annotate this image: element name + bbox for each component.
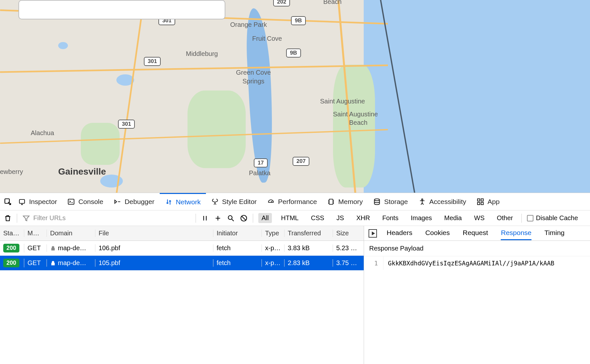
network-icon xyxy=(165,198,173,206)
tab-label: Debugger xyxy=(124,198,154,206)
filter-chip-ws[interactable]: WS xyxy=(471,213,488,223)
filter-chip-xhr[interactable]: XHR xyxy=(353,213,373,223)
tab-label: Inspector xyxy=(29,198,57,206)
cell-domain: map-de… xyxy=(47,244,95,252)
response-payload-body[interactable]: 1 GkkKBXdhdGVyEisIqzESAgAAGAMiIAl//j9aAP… xyxy=(364,256,590,270)
svg-point-4 xyxy=(374,199,380,201)
cell-type: x-p… xyxy=(262,244,284,252)
route-shield: 301 xyxy=(118,120,135,129)
disable-cache-checkbox[interactable]: Disable Cache xyxy=(527,214,578,222)
response-panel: HeadersCookiesRequestResponseTiming Resp… xyxy=(364,226,590,364)
svg-point-5 xyxy=(422,199,423,200)
devtools-tabstrip: InspectorConsoleDebuggerNetworkStyle Edi… xyxy=(0,193,590,210)
resend-icon[interactable] xyxy=(369,229,377,238)
col-header-type[interactable]: Type xyxy=(262,230,284,237)
devtools-panel: InspectorConsoleDebuggerNetworkStyle Edi… xyxy=(0,193,590,364)
col-header-domain[interactable]: Domain xyxy=(47,230,95,237)
network-request-table: Sta… M… Domain File Initiator Type Trans… xyxy=(0,226,364,364)
route-shield: 17 xyxy=(254,158,268,167)
map-river xyxy=(244,8,276,183)
filter-chip-all[interactable]: All xyxy=(258,213,272,223)
col-header-status[interactable]: Sta… xyxy=(0,230,24,237)
tab-memory[interactable]: Memory xyxy=(322,193,368,210)
block-icon[interactable] xyxy=(240,214,248,222)
route-shield: 9B xyxy=(286,48,301,58)
response-tab-response[interactable]: Response xyxy=(501,226,531,240)
tab-inspector[interactable]: Inspector xyxy=(13,193,62,210)
svg-rect-6 xyxy=(477,199,480,201)
cell-initiator: fetch xyxy=(213,259,262,267)
network-toolbar: Filter URLs AllHTMLCSSJSXHRFontsImagesMe… xyxy=(0,210,590,226)
response-tab-cookies[interactable]: Cookies xyxy=(425,226,450,240)
map-park xyxy=(81,123,120,165)
col-header-file[interactable]: File xyxy=(95,230,213,237)
pause-icon[interactable] xyxy=(201,214,209,222)
checkbox-box-icon xyxy=(527,215,533,221)
col-header-transferred[interactable]: Transferred xyxy=(284,230,333,237)
filter-chip-html[interactable]: HTML xyxy=(278,213,302,223)
svg-rect-9 xyxy=(481,202,483,205)
map-place-label: Gainesville xyxy=(58,166,106,177)
filter-placeholder-text: Filter URLs xyxy=(33,214,66,222)
svg-rect-7 xyxy=(481,199,483,201)
cell-file: 105.pbf xyxy=(95,259,213,267)
filter-chip-media[interactable]: Media xyxy=(441,213,465,223)
inspect-element-icon[interactable] xyxy=(4,198,12,206)
map-lake xyxy=(58,42,68,49)
response-tab-timing[interactable]: Timing xyxy=(544,226,564,240)
filter-chip-js[interactable]: JS xyxy=(333,213,347,223)
tab-console[interactable]: Console xyxy=(62,193,108,210)
cell-domain: map-de… xyxy=(47,259,95,267)
styleeditor-icon xyxy=(211,198,219,206)
tab-label: Style Editor xyxy=(222,198,257,206)
map-road xyxy=(116,1,144,193)
trash-icon[interactable] xyxy=(4,214,12,222)
cell-transferred: 3.83 kB xyxy=(284,244,333,252)
performance-icon xyxy=(267,198,275,206)
col-header-method[interactable]: M… xyxy=(24,230,47,237)
tab-storage[interactable]: Storage xyxy=(368,193,413,210)
cell-size: 5.23 … xyxy=(333,244,364,252)
cell-method: GET xyxy=(24,259,47,267)
col-header-size[interactable]: Size xyxy=(333,230,364,237)
svg-rect-3 xyxy=(329,199,333,204)
cell-file: 106.pbf xyxy=(95,244,213,252)
svg-rect-2 xyxy=(68,199,74,204)
lock-icon xyxy=(50,245,56,251)
cell-size: 3.75 … xyxy=(333,259,364,267)
lock-icon xyxy=(50,260,56,266)
tab-application[interactable]: App xyxy=(471,193,505,210)
filter-chip-other[interactable]: Other xyxy=(494,213,516,223)
map-place-label: Middleburg xyxy=(186,50,218,58)
inspector-icon xyxy=(18,198,26,206)
plus-icon[interactable] xyxy=(214,214,222,222)
tab-debugger[interactable]: Debugger xyxy=(108,193,159,210)
response-tabstrip: HeadersCookiesRequestResponseTiming xyxy=(364,226,590,241)
response-tab-headers[interactable]: Headers xyxy=(387,226,412,240)
map-search-input[interactable] xyxy=(18,0,225,19)
tab-label: App xyxy=(488,198,499,206)
filter-chip-images[interactable]: Images xyxy=(407,213,435,223)
filter-urls-input[interactable]: Filter URLs xyxy=(22,214,190,222)
map-canvas[interactable]: BeachOrange ParkFruit CoveMiddleburgGree… xyxy=(0,0,590,193)
console-icon xyxy=(67,198,75,206)
route-shield: 9B xyxy=(291,16,306,25)
cell-transferred: 2.83 kB xyxy=(284,259,333,267)
filter-chip-fonts[interactable]: Fonts xyxy=(379,213,402,223)
tab-performance[interactable]: Performance xyxy=(262,193,322,210)
request-row[interactable]: 200GETmap-de…105.pbffetchx-p…2.83 kB3.75… xyxy=(0,256,364,271)
search-icon[interactable] xyxy=(227,214,235,222)
route-shield: 301 xyxy=(144,57,161,66)
response-tab-request[interactable]: Request xyxy=(463,226,488,240)
tab-network[interactable]: Network xyxy=(160,193,206,210)
filter-chip-css[interactable]: CSS xyxy=(308,213,327,223)
storage-icon xyxy=(373,198,381,206)
disable-cache-label: Disable Cache xyxy=(536,214,578,222)
col-header-initiator[interactable]: Initiator xyxy=(213,230,262,237)
request-row[interactable]: 200GETmap-de…106.pbffetchx-p…3.83 kB5.23… xyxy=(0,241,364,256)
svg-rect-8 xyxy=(477,202,480,205)
tab-styleeditor[interactable]: Style Editor xyxy=(206,193,262,210)
route-shield: 202 xyxy=(273,0,290,6)
tab-accessibility[interactable]: Accessibility xyxy=(413,193,471,210)
table-header-row: Sta… M… Domain File Initiator Type Trans… xyxy=(0,226,364,241)
